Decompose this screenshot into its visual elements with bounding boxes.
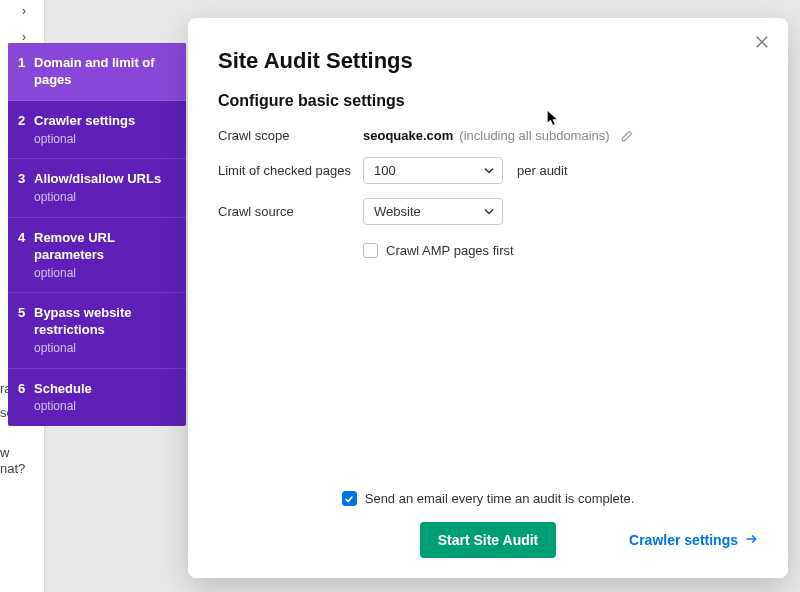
step-number: 3 (18, 171, 34, 186)
step-optional: optional (34, 132, 135, 148)
modal-title: Site Audit Settings (218, 48, 758, 74)
next-crawler-settings-link[interactable]: Crawler settings (629, 532, 758, 549)
label-email-notify: Send an email every time an audit is com… (365, 491, 635, 506)
chevron-right-icon[interactable]: › (22, 4, 26, 18)
settings-modal: Site Audit Settings Configure basic sett… (188, 18, 788, 578)
checkbox-crawl-amp[interactable] (363, 243, 378, 258)
row-email-notify: Send an email every time an audit is com… (342, 491, 635, 506)
label-crawl-amp: Crawl AMP pages first (386, 243, 514, 258)
select-limit-pages[interactable]: 100 (363, 157, 503, 184)
checkbox-email-notify[interactable] (342, 491, 357, 506)
background-text: nat? (0, 460, 25, 478)
step-number: 2 (18, 113, 34, 128)
step-domain-and-limit[interactable]: 1 Domain and limit of pages (8, 43, 186, 101)
step-optional: optional (34, 266, 176, 282)
wizard-steps: 1 Domain and limit of pages 2 Crawler se… (8, 43, 186, 426)
suffix-per-audit: per audit (517, 163, 568, 178)
step-bypass-restrictions[interactable]: 5 Bypass website restrictions optional (8, 293, 186, 368)
value-crawl-scope: seoquake.com (363, 128, 453, 143)
step-label: Remove URL parameters (34, 230, 176, 264)
step-schedule[interactable]: 6 Schedule optional (8, 369, 186, 426)
chevron-down-icon (484, 163, 494, 178)
row-crawl-source: Crawl source Website (218, 198, 758, 225)
row-limit-pages: Limit of checked pages 100 per audit (218, 157, 758, 184)
label-crawl-source: Crawl source (218, 204, 363, 219)
step-optional: optional (34, 399, 92, 415)
link-label: Crawler settings (629, 532, 738, 548)
section-subtitle: Configure basic settings (218, 92, 758, 110)
step-number: 6 (18, 381, 34, 396)
select-value: 100 (374, 163, 396, 178)
select-crawl-source[interactable]: Website (363, 198, 503, 225)
step-allow-disallow-urls[interactable]: 3 Allow/disallow URLs optional (8, 159, 186, 217)
step-label: Allow/disallow URLs (34, 171, 161, 188)
step-number: 1 (18, 55, 34, 70)
note-crawl-scope: (including all subdomains) (459, 128, 609, 143)
step-optional: optional (34, 190, 161, 206)
label-limit-pages: Limit of checked pages (218, 163, 363, 178)
row-crawl-scope: Crawl scope seoquake.com (including all … (218, 128, 758, 143)
step-optional: optional (34, 341, 176, 357)
step-crawler-settings[interactable]: 2 Crawler settings optional (8, 101, 186, 159)
step-number: 5 (18, 305, 34, 320)
select-value: Website (374, 204, 421, 219)
step-number: 4 (18, 230, 34, 245)
edit-icon[interactable] (620, 129, 634, 143)
chevron-right-icon[interactable]: › (22, 30, 26, 44)
arrow-right-icon (744, 532, 758, 549)
step-label: Domain and limit of pages (34, 55, 176, 89)
start-site-audit-button[interactable]: Start Site Audit (420, 522, 557, 558)
step-label: Bypass website restrictions (34, 305, 176, 339)
step-remove-url-parameters[interactable]: 4 Remove URL parameters optional (8, 218, 186, 293)
step-label: Crawler settings (34, 113, 135, 130)
label-crawl-scope: Crawl scope (218, 128, 363, 143)
chevron-down-icon (484, 204, 494, 219)
step-label: Schedule (34, 381, 92, 398)
row-crawl-amp: Crawl AMP pages first (363, 243, 758, 258)
